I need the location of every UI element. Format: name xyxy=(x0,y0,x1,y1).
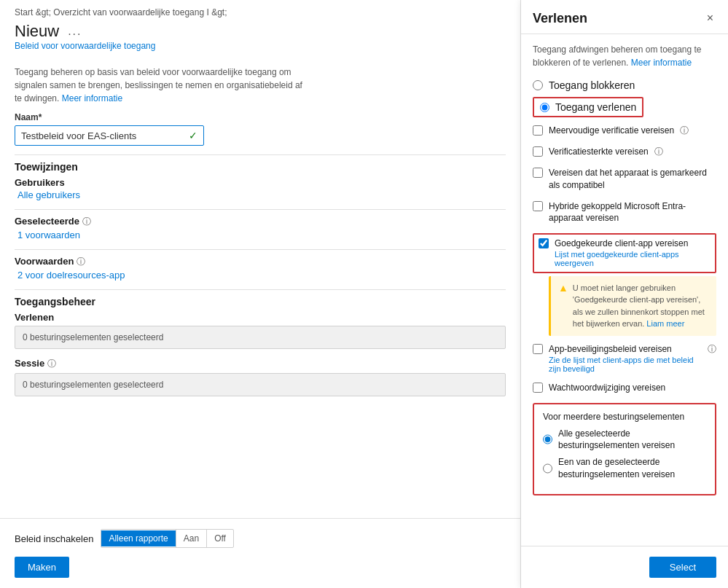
checkbox-app-beveiligingsbeleid-sub[interactable]: Zie de lijst met client-apps die met bel… xyxy=(549,356,702,373)
checkbox-meervoudige-input[interactable] xyxy=(533,125,543,136)
right-panel-title: Verlenen xyxy=(533,11,587,26)
radio-verlenen-bordered[interactable]: Toegang verlenen xyxy=(533,97,643,117)
voorwaarden-group: Voorwaarden ⓘ 2 voor doelresources-app xyxy=(15,256,506,281)
checkbox-hybride: Hybride gekoppeld Microsoft Entra-appara… xyxy=(533,200,716,225)
left-panel: Start &gt; Overzicht van voorwaardelijke… xyxy=(0,0,521,588)
right-footer: Select xyxy=(521,546,728,588)
radio-alle-label: Alle geselecteerde besturingselementen v… xyxy=(558,428,706,452)
meer-informatie-link[interactable]: Meer informatie xyxy=(62,93,122,103)
sessie-value[interactable]: 0 besturingselementen geselecteerd xyxy=(15,373,506,396)
naam-field-group: Naam* Testbeleid voor EAS-clients ✓ xyxy=(15,112,506,146)
radio-een-label: Een van de geselecteerde besturingseleme… xyxy=(558,456,706,481)
checkbox-goedgekeurde-label: Goedgekeurde client-app vereisen xyxy=(555,238,711,250)
gebruikers-value[interactable]: Alle gebruikers xyxy=(15,189,506,200)
geselecteerde-label: Geselecteerde xyxy=(15,216,79,227)
checkbox-list: Meervoudige verificatie vereisen ⓘ Verif… xyxy=(533,125,716,394)
radio-verlenen-label: Toegang verlenen xyxy=(555,101,636,113)
radio-een[interactable]: Een van de geselecteerde besturingseleme… xyxy=(543,456,706,481)
warning-box: ▲ U moet niet langer gebruiken 'Goedgeke… xyxy=(549,276,716,336)
checkbox-app-beveiligingsbeleid-label: App-beveiligingsbeleid vereisen xyxy=(549,343,702,356)
checkbox-wachtwoordwijziging-input[interactable] xyxy=(533,383,543,393)
checkbox-meervoudige: Meervoudige verificatie vereisen ⓘ xyxy=(533,125,716,137)
voorwaarden-value[interactable]: 2 voor doelresources-app xyxy=(15,270,506,281)
gebruikers-label: Gebruikers xyxy=(15,177,506,188)
checkbox-hybride-input[interactable] xyxy=(533,201,543,211)
maken-button[interactable]: Maken xyxy=(15,557,69,578)
warning-icon: ▲ xyxy=(558,282,568,294)
meer-informatie-right-link[interactable]: Meer informatie xyxy=(631,58,692,68)
radio-verlenen-input[interactable] xyxy=(540,103,549,112)
left-content: Naam* Testbeleid voor EAS-clients ✓ Toew… xyxy=(0,112,520,518)
right-description: Toegang afdwingen beheren om toegang te … xyxy=(533,43,716,69)
checkbox-goedgekeurde: Goedgekeurde client-app vereisen Lijst m… xyxy=(539,238,711,267)
select-button[interactable]: Select xyxy=(649,557,716,578)
geselecteerde-value[interactable]: 1 voorwaarden xyxy=(15,230,506,240)
right-header: Verlenen × xyxy=(521,0,728,34)
naam-input[interactable]: Testbeleid voor EAS-clients ✓ xyxy=(15,125,204,146)
verlenen-value[interactable]: 0 besturingselementen geselecteerd xyxy=(15,326,506,349)
checkbox-goedgekeurde-input[interactable] xyxy=(539,238,549,248)
right-panel: Verlenen × Toegang afdwingen beheren om … xyxy=(521,0,728,588)
sessie-info-icon[interactable]: ⓘ xyxy=(47,358,56,370)
more-options-button[interactable]: ... xyxy=(68,25,82,38)
radio-een-input[interactable] xyxy=(543,463,552,474)
verlenen-label: Verlenen xyxy=(15,312,506,323)
page-header: Nieuw ... Beleid voor voorwaardelijke to… xyxy=(0,22,520,55)
multiple-controls-title: Voor meerdere besturingselementen xyxy=(543,412,706,422)
beleid-inschakelen-label: Beleid inschakelen xyxy=(15,533,93,544)
close-button[interactable]: × xyxy=(704,10,716,26)
toggle-group: Alleen rapporte Aan Off xyxy=(101,529,234,548)
checkbox-compatibel: Vereisen dat het apparaat is gemarkeerd … xyxy=(533,167,716,192)
radio-blokkeren-input[interactable] xyxy=(533,80,543,90)
checkbox-app-beveiligingsbeleid: App-beveiligingsbeleid vereisen Zie de l… xyxy=(533,343,716,373)
voorwaarden-label: Voorwaarden xyxy=(15,256,74,267)
check-icon: ✓ xyxy=(189,130,197,141)
app-beveiligingsbeleid-info-icon[interactable]: ⓘ xyxy=(708,343,716,356)
checkbox-compatibel-input[interactable] xyxy=(533,168,543,178)
checkbox-goedgekeurde-sub[interactable]: Lijst met goedgekeurde client-apps weerg… xyxy=(555,250,711,267)
checkbox-wachtwoordwijziging-label: Wachtwoordwijziging vereisen xyxy=(549,382,665,394)
verlenen-group: Verlenen 0 besturingselementen geselecte… xyxy=(15,312,506,349)
liam-meer-link[interactable]: Liam meer xyxy=(646,319,684,328)
sessie-group: Sessie ⓘ 0 besturingselementen geselecte… xyxy=(15,358,506,396)
policy-enable-row: Beleid inschakelen Alleen rapporte Aan O… xyxy=(15,529,506,548)
geselecteerde-info-icon[interactable]: ⓘ xyxy=(82,216,91,228)
voorwaarden-info-icon[interactable]: ⓘ xyxy=(77,256,85,268)
multiple-controls-box: Voor meerdere besturingselementen Alle g… xyxy=(533,403,716,495)
radio-blokkeren[interactable]: Toegang blokkeren xyxy=(533,79,716,91)
toewijzingen-title: Toewijzingen xyxy=(15,161,506,173)
checkbox-verificatiesterkte-input[interactable] xyxy=(533,146,543,157)
checkbox-verificatiesterkte: Verificatiesterkte vereisen ⓘ xyxy=(533,146,716,158)
checkbox-hybride-label: Hybride gekoppeld Microsoft Entra-appara… xyxy=(549,200,716,225)
sessie-label: Sessie xyxy=(15,358,44,369)
verificatiesterkte-info-icon[interactable]: ⓘ xyxy=(654,146,663,158)
meervoudige-info-icon[interactable]: ⓘ xyxy=(680,125,689,137)
toegangsbeheer-title: Toegangsbeheer xyxy=(15,296,506,307)
checkbox-wachtwoordwijziging: Wachtwoordwijziging vereisen xyxy=(533,382,716,394)
page-subtitle[interactable]: Beleid voor voorwaardelijke toegang xyxy=(15,41,506,51)
radio-alle[interactable]: Alle geselecteerde besturingselementen v… xyxy=(543,428,706,452)
right-content: Toegang afdwingen beheren om toegang te … xyxy=(521,34,728,546)
checkbox-verificatiesterkte-label: Verificatiesterkte vereisen xyxy=(549,146,649,158)
radio-alle-input[interactable] xyxy=(543,434,552,444)
toggle-aan[interactable]: Aan xyxy=(176,530,206,546)
checkbox-app-beveiligingsbeleid-input[interactable] xyxy=(533,344,543,354)
toggle-off[interactable]: Off xyxy=(207,530,233,546)
checkbox-goedgekeurde-bordered: Goedgekeurde client-app vereisen Lijst m… xyxy=(533,233,716,273)
checkbox-compatibel-label: Vereisen dat het apparaat is gemarkeerd … xyxy=(549,167,716,192)
page-description: Toegang beheren op basis van beleid voor… xyxy=(15,66,306,105)
toggle-alleen-rapporte[interactable]: Alleen rapporte xyxy=(101,530,175,546)
left-footer: Beleid inschakelen Alleen rapporte Aan O… xyxy=(0,518,520,588)
gebruikers-group: Gebruikers Alle gebruikers xyxy=(15,177,506,200)
warning-text: U moet niet langer gebruiken 'Goedgekeur… xyxy=(573,282,709,330)
breadcrumb: Start &gt; Overzicht van voorwaardelijke… xyxy=(0,0,520,22)
checkbox-meervoudige-label: Meervoudige verificatie vereisen xyxy=(549,125,674,137)
page-title: Nieuw xyxy=(15,22,59,41)
naam-label: Naam* xyxy=(15,112,506,122)
radio-blokkeren-label: Toegang blokkeren xyxy=(549,79,635,91)
geselecteerde-group: Geselecteerde ⓘ 1 voorwaarden xyxy=(15,216,506,240)
